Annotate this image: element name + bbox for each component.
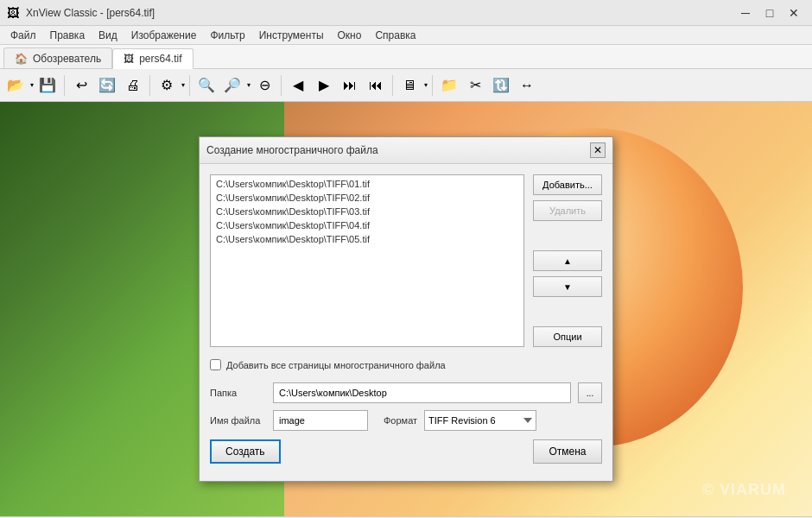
toolbar-open-btn[interactable]: 📂 xyxy=(3,73,28,98)
file-list-section: C:\Users\компик\Desktop\TIFF\01.tif C:\U… xyxy=(210,174,602,347)
cancel-button[interactable]: Отмена xyxy=(533,439,602,464)
title-bar-text: XnView Classic - [pers64.tif] xyxy=(26,7,734,19)
create-button[interactable]: Создать xyxy=(210,439,281,464)
toolbar-zoom-arrow[interactable]: ▾ xyxy=(247,81,251,89)
list-item[interactable]: C:\Users\компик\Desktop\TIFF\05.tif xyxy=(213,232,522,246)
maximize-button[interactable]: □ xyxy=(758,4,781,22)
toolbar-open-arrow[interactable]: ▾ xyxy=(30,81,34,89)
down-icon xyxy=(563,281,572,292)
list-item[interactable]: C:\Users\компик\Desktop\TIFF\02.tif xyxy=(213,191,522,205)
move-up-button[interactable] xyxy=(533,250,602,271)
tab-image[interactable]: 🖼 pers64.tif xyxy=(112,48,193,69)
dialog-title: Создание многостраничного файла xyxy=(206,144,378,156)
dialog-close-button[interactable]: ✕ xyxy=(590,142,606,158)
toolbar-print-btn[interactable]: 🖨 xyxy=(121,73,145,98)
list-item[interactable]: C:\Users\компик\Desktop\TIFF\03.tif xyxy=(213,205,522,218)
move-down-button[interactable] xyxy=(533,276,602,297)
toolbar: 📂 ▾ 💾 ↩ 🔄 🖨 ⚙ ▾ 🔍 🔎 ▾ ⊖ ◀ ▶ ⏭ ⏮ 🖥 ▾ 📁 ✂ … xyxy=(0,69,812,102)
filename-label: Имя файла xyxy=(210,415,266,426)
list-item[interactable]: C:\Users\компик\Desktop\TIFF\01.tif xyxy=(213,177,522,191)
toolbar-skip-btn[interactable]: ⏭ xyxy=(338,73,362,98)
format-select[interactable]: TIFF Revision 6 TIFF Revision 5 BMP JPEG… xyxy=(424,410,536,431)
toolbar-zoom-in-btn[interactable]: 🔍 xyxy=(194,73,219,98)
toolbar-sep-1 xyxy=(64,75,65,96)
toolbar-zoom-reset-btn[interactable]: ⊖ xyxy=(252,73,276,98)
toolbar-next-btn[interactable]: ▶ xyxy=(312,73,336,98)
toolbar-sep-4 xyxy=(281,75,282,96)
file-list-buttons: Добавить... Удалить Опции xyxy=(533,174,602,347)
toolbar-sep-5 xyxy=(392,75,393,96)
folder-input[interactable] xyxy=(273,382,571,403)
menu-view[interactable]: Вид xyxy=(92,26,124,45)
image-tab-icon: 🖼 xyxy=(124,53,134,65)
toolbar-crop-btn[interactable]: ✂ xyxy=(463,73,487,98)
main-content: © VIARUM Создание многостраничного файла… xyxy=(0,102,812,516)
toolbar-save-btn[interactable]: 💾 xyxy=(35,73,60,98)
menu-edit[interactable]: Правка xyxy=(43,26,92,45)
add-all-pages-checkbox[interactable] xyxy=(210,359,221,370)
toolbar-sep-2 xyxy=(149,75,150,96)
up-icon xyxy=(563,256,572,266)
menu-bar: Файл Правка Вид Изображение Фильтр Инстр… xyxy=(0,26,812,45)
tab-bar: 🏠 Обозреватель 🖼 pers64.tif xyxy=(0,45,812,69)
browse-button[interactable]: ... xyxy=(578,382,602,403)
menu-image[interactable]: Изображение xyxy=(124,26,204,45)
toolbar-zoom-out-btn[interactable]: 🔎 xyxy=(220,73,244,98)
menu-window[interactable]: Окно xyxy=(331,26,369,45)
filename-row: Имя файла Формат TIFF Revision 6 TIFF Re… xyxy=(210,410,602,431)
list-item[interactable]: C:\Users\компик\Desktop\TIFF\04.tif xyxy=(213,218,522,232)
toolbar-display-arrow[interactable]: ▾ xyxy=(424,81,428,89)
add-all-pages-label[interactable]: Добавить все страницы многостраничного ф… xyxy=(226,360,446,370)
toolbar-sep-3 xyxy=(189,75,190,96)
file-list[interactable]: C:\Users\компик\Desktop\TIFF\01.tif C:\U… xyxy=(210,174,524,347)
menu-file[interactable]: Файл xyxy=(3,26,43,45)
menu-tools[interactable]: Инструменты xyxy=(252,26,331,45)
checkbox-row: Добавить все страницы многостраничного ф… xyxy=(210,356,602,374)
menu-filter[interactable]: Фильтр xyxy=(203,26,251,45)
minimize-button[interactable]: ─ xyxy=(734,4,757,22)
toolbar-browse-btn[interactable]: 📁 xyxy=(437,73,461,98)
browser-tab-label: Обозреватель xyxy=(33,53,101,65)
filename-input[interactable] xyxy=(273,410,368,431)
folder-row: Папка ... xyxy=(210,382,602,403)
create-multipage-dialog: Создание многостраничного файла ✕ C:\Use… xyxy=(199,136,613,482)
toolbar-flip-btn[interactable]: ↔ xyxy=(515,73,539,98)
toolbar-rotate-btn[interactable]: 🔃 xyxy=(489,73,513,98)
action-buttons: Создать Отмена xyxy=(210,439,602,464)
browser-tab-icon: 🏠 xyxy=(15,53,28,65)
dialog-overlay: Создание многостраничного файла ✕ C:\Use… xyxy=(0,102,812,516)
close-button[interactable]: ✕ xyxy=(783,4,805,22)
dialog-body: C:\Users\компик\Desktop\TIFF\01.tif C:\U… xyxy=(200,164,612,474)
toolbar-sep-6 xyxy=(432,75,433,96)
folder-label: Папка xyxy=(210,388,266,398)
dialog-title-bar: Создание многостраничного файла ✕ xyxy=(200,137,612,164)
format-label: Формат xyxy=(384,415,417,426)
toolbar-settings-btn[interactable]: ⚙ xyxy=(155,73,179,98)
tab-browser[interactable]: 🏠 Обозреватель xyxy=(3,47,112,68)
remove-file-button[interactable]: Удалить xyxy=(533,200,602,221)
image-tab-label: pers64.tif xyxy=(139,53,181,65)
toolbar-prev-btn[interactable]: ◀ xyxy=(286,73,310,98)
toolbar-settings-arrow[interactable]: ▾ xyxy=(181,81,185,89)
toolbar-end-btn[interactable]: ⏮ xyxy=(364,73,388,98)
title-bar: 🖼 XnView Classic - [pers64.tif] ─ □ ✕ xyxy=(0,0,812,26)
add-file-button[interactable]: Добавить... xyxy=(533,174,602,195)
title-bar-controls: ─ □ ✕ xyxy=(734,4,805,22)
toolbar-refresh-btn[interactable]: 🔄 xyxy=(95,73,119,98)
toolbar-undo-btn[interactable]: ↩ xyxy=(69,73,93,98)
toolbar-display-btn[interactable]: 🖥 xyxy=(397,73,422,98)
menu-help[interactable]: Справка xyxy=(368,26,422,45)
app-icon: 🖼 xyxy=(7,6,21,20)
options-button[interactable]: Опции xyxy=(533,326,602,347)
